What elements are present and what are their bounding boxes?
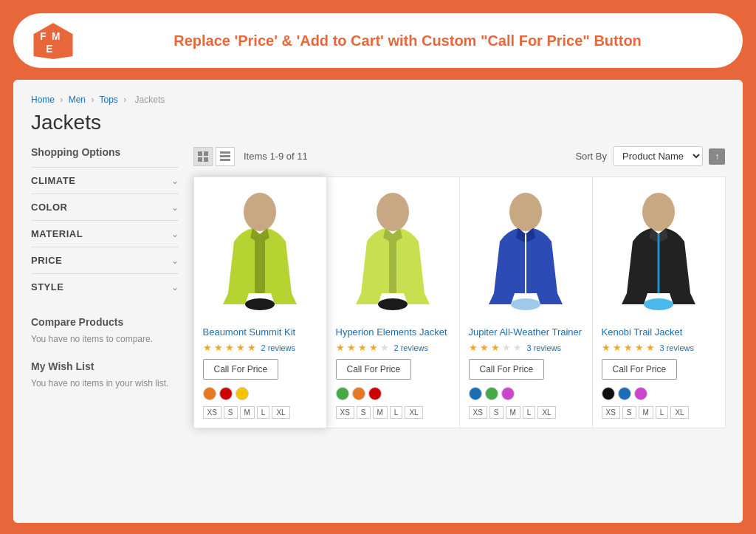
product-name-4: Kenobi Trail Jacket: [602, 326, 716, 338]
size-s[interactable]: S: [357, 406, 371, 419]
svg-point-16: [378, 298, 408, 310]
star-icon: ★: [369, 342, 378, 353]
half-star-icon: ★: [247, 342, 256, 353]
empty-star-icon: ★: [502, 342, 511, 353]
star-icon: ★: [480, 342, 489, 353]
sort-select[interactable]: Product Name Price: [613, 146, 703, 166]
size-l[interactable]: L: [656, 406, 669, 419]
color-swatch-black[interactable]: [602, 387, 615, 400]
size-options-2: XS S M L XL: [336, 406, 450, 419]
filter-style-label: STYLE: [31, 281, 63, 292]
product-card-3: Jupiter All-Weather Trainer ★ ★ ★ ★ ★ 3 …: [459, 177, 593, 428]
size-s[interactable]: S: [622, 406, 636, 419]
color-swatch-yellow[interactable]: [236, 387, 249, 400]
size-xl[interactable]: XL: [670, 406, 688, 419]
svg-text:M: M: [52, 31, 60, 42]
color-swatch-green[interactable]: [336, 387, 349, 400]
color-swatch-red[interactable]: [219, 387, 233, 400]
chevron-down-icon: ⌄: [171, 282, 179, 292]
size-xs[interactable]: XS: [469, 406, 487, 419]
list-view-icon[interactable]: [216, 147, 235, 166]
empty-star-icon: ★: [380, 342, 389, 353]
filter-climate[interactable]: CLIMATE ⌄: [31, 167, 179, 194]
size-s[interactable]: S: [489, 406, 504, 419]
color-swatch-purple[interactable]: [634, 387, 647, 400]
breadcrumb-current: Jackets: [135, 95, 165, 105]
svg-point-17: [509, 193, 542, 231]
shopping-options-title: Shopping Options: [31, 146, 179, 158]
color-swatch-orange[interactable]: [352, 387, 365, 400]
color-swatch-purple[interactable]: [501, 387, 515, 400]
view-icons: [193, 147, 235, 166]
color-swatch-orange[interactable]: [203, 387, 216, 400]
item-count: Items 1-9 of 11: [244, 151, 575, 162]
size-s[interactable]: S: [224, 406, 238, 419]
size-m[interactable]: M: [240, 406, 255, 419]
filter-color[interactable]: COLOR ⌄: [31, 194, 179, 220]
call-for-price-button-4[interactable]: Call For Price: [602, 359, 678, 380]
page-title: Jackets: [31, 111, 725, 134]
filter-style[interactable]: STYLE ⌄: [31, 273, 179, 300]
size-l[interactable]: L: [523, 406, 536, 419]
product-card-4: Kenobi Trail Jacket ★ ★ ★ ★ ★ 3 reviews …: [592, 177, 726, 428]
size-m[interactable]: M: [639, 406, 653, 419]
size-l[interactable]: L: [257, 406, 270, 419]
color-swatch-green[interactable]: [485, 387, 498, 400]
svg-text:F: F: [40, 31, 46, 42]
sidebar: Shopping Options CLIMATE ⌄ COLOR ⌄ MATER…: [31, 146, 179, 428]
size-m[interactable]: M: [506, 406, 520, 419]
banner-title: Replace 'Price' & 'Add to Cart' with Cus…: [90, 32, 725, 49]
color-swatches-3: [469, 387, 583, 400]
layout: Shopping Options CLIMATE ⌄ COLOR ⌄ MATER…: [31, 146, 725, 428]
filter-color-label: COLOR: [31, 202, 67, 213]
grid-view-icon[interactable]: [193, 147, 213, 166]
filter-material-label: MATERIAL: [31, 228, 83, 239]
product-stars-2: ★ ★ ★ ★ ★ 2 reviews: [336, 342, 450, 353]
product-stars-1: ★ ★ ★ ★ ★ 2 reviews: [203, 342, 317, 353]
color-swatches-1: [203, 387, 317, 400]
filter-material[interactable]: MATERIAL ⌄: [31, 220, 179, 247]
size-xl[interactable]: XL: [537, 406, 555, 419]
toolbar: Items 1-9 of 11 Sort By Product Name Pri…: [193, 146, 725, 166]
svg-point-14: [377, 193, 409, 231]
call-for-price-button-2[interactable]: Call For Price: [336, 359, 412, 380]
wishlist-section: My Wish List You have no items in your w…: [31, 360, 179, 388]
product-name-1: Beaumont Summit Kit: [203, 326, 317, 338]
chevron-down-icon: ⌄: [171, 202, 179, 213]
svg-point-20: [642, 193, 675, 231]
color-swatch-blue[interactable]: [618, 387, 631, 400]
breadcrumb-tops[interactable]: Tops: [100, 95, 118, 105]
sort-direction-button[interactable]: ↑: [709, 148, 725, 165]
svg-point-13: [245, 298, 275, 310]
size-xs[interactable]: XS: [602, 406, 620, 419]
breadcrumb-home[interactable]: Home: [31, 95, 55, 105]
breadcrumb-men[interactable]: Men: [69, 95, 86, 105]
chevron-down-icon: ⌄: [171, 229, 179, 239]
sort-area: Sort By Product Name Price ↑: [575, 146, 725, 166]
size-l[interactable]: L: [390, 406, 403, 419]
size-m[interactable]: M: [373, 406, 388, 419]
filter-price[interactable]: PRICE ⌄: [31, 247, 179, 273]
star-icon: ★: [214, 342, 223, 353]
color-swatches-2: [336, 387, 450, 400]
star-icon: ★: [635, 342, 644, 353]
product-name-3: Jupiter All-Weather Trainer: [469, 326, 583, 338]
call-for-price-button-3[interactable]: Call For Price: [469, 359, 545, 380]
svg-rect-5: [204, 151, 208, 156]
product-card-2: Hyperion Elements Jacket ★ ★ ★ ★ ★ 2 rev…: [326, 177, 460, 428]
size-xs[interactable]: XS: [203, 406, 221, 419]
size-xl[interactable]: XL: [272, 406, 289, 419]
call-for-price-button-1[interactable]: Call For Price: [203, 359, 279, 380]
star-icon: ★: [236, 342, 245, 353]
color-swatch-blue[interactable]: [469, 387, 482, 400]
svg-text:E: E: [46, 44, 52, 55]
size-xs[interactable]: XS: [336, 406, 354, 419]
compare-section: Compare Products You have no items to co…: [31, 316, 179, 344]
star-icon: ★: [358, 342, 367, 353]
wishlist-text: You have no items in your wish list.: [31, 378, 179, 388]
header-banner: F M E Replace 'Price' & 'Add to Cart' wi…: [13, 13, 743, 68]
svg-rect-4: [198, 151, 202, 156]
color-swatch-red[interactable]: [368, 387, 382, 400]
size-xl[interactable]: XL: [405, 406, 422, 419]
star-icon: ★: [602, 342, 611, 353]
